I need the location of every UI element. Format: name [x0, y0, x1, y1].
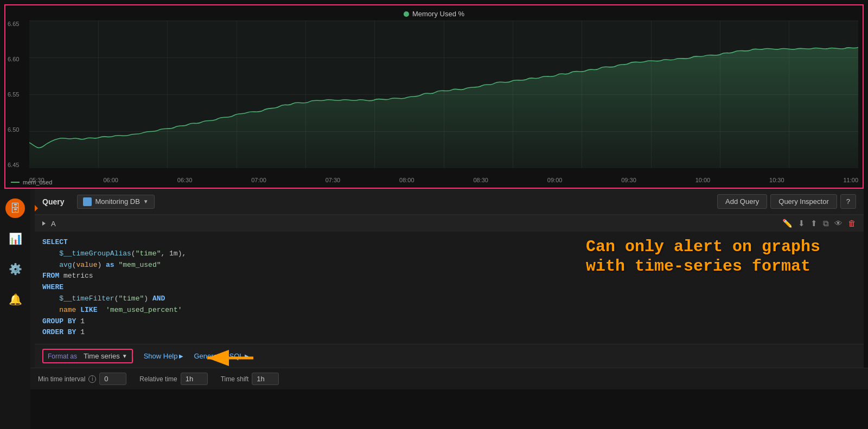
sql-line-4: FROM metrics: [42, 271, 856, 282]
sql-line-6: $__timeFilter("time") AND: [42, 293, 856, 305]
sql-line-1: SELECT: [42, 237, 856, 248]
min-time-input[interactable]: [99, 373, 126, 385]
min-time-info-icon[interactable]: i: [88, 375, 96, 383]
min-time-label: Min time interval: [38, 375, 85, 383]
y-label-2: 6.55: [8, 91, 19, 98]
bell-icon: 🔔: [9, 293, 22, 306]
sql-line-7: name LIKE 'mem_used_percent': [42, 305, 856, 316]
show-help-link[interactable]: Show Help ▶: [144, 352, 183, 360]
sidebar: 🗄 📊 ⚙️ 🔔: [0, 190, 30, 429]
y-label-0: 6.65: [8, 21, 19, 27]
chart-title-dot: [404, 11, 409, 17]
sql-editor[interactable]: SELECT $__timeGroupAlias("time", 1m), av…: [35, 232, 864, 344]
collapse-icon: [42, 221, 46, 226]
format-links: Show Help ▶ Generated SQL ▶: [144, 352, 249, 360]
chart-title: Memory Used %: [404, 10, 464, 18]
format-bar-inner: Format as Time series ▼: [42, 349, 133, 363]
time-shift-input[interactable]: [252, 373, 279, 385]
query-body: A ✏️ ⬇ ⬆ ⧉ 👁 🗑 SELECT $__timeGroupAlias(…: [35, 215, 864, 368]
chart-y-labels: 6.65 6.60 6.55 6.50 6.45: [8, 21, 19, 168]
sql-line-3: avg(value) as "mem_used": [42, 260, 856, 271]
show-help-chevron-icon: ▶: [179, 353, 183, 359]
config-row: Min time interval i Relative time Time s…: [30, 368, 868, 389]
format-bar: Format as Time series ▼ Show Help ▶: [35, 344, 864, 368]
sql-line-8: GROUP BY 1: [42, 316, 856, 328]
sql-line-2: $__timeGroupAlias("time", 1m),: [42, 248, 856, 260]
datasource-chevron-icon: ▼: [143, 199, 149, 204]
chart-legend-line: [11, 182, 20, 183]
edit-icon[interactable]: ✏️: [782, 219, 793, 228]
visibility-icon[interactable]: 👁: [834, 219, 843, 228]
generated-sql-chevron-icon: ▶: [245, 353, 249, 359]
generated-sql-text: Generated SQL: [194, 352, 244, 360]
query-row-a-header: A ✏️ ⬇ ⬆ ⧉ 👁 🗑: [35, 215, 864, 232]
query-section: Query Monitoring DB ▼ Add Query Query In…: [4, 189, 864, 368]
chart-area: [29, 21, 858, 168]
y-label-3: 6.50: [8, 126, 19, 133]
move-down-icon[interactable]: ⬇: [798, 219, 805, 228]
header-right-buttons: Add Query Query Inspector ?: [717, 194, 856, 209]
datasource-selector[interactable]: Monitoring DB ▼: [77, 195, 154, 209]
time-shift-label: Time shift: [221, 375, 249, 383]
query-row-a-label: A: [51, 220, 56, 228]
relative-time-label: Relative time: [139, 375, 177, 383]
query-header: Query Monitoring DB ▼ Add Query Query In…: [35, 189, 864, 215]
query-row-label: A: [42, 220, 56, 228]
format-select-chevron: ▼: [122, 353, 127, 359]
query-label: Query: [42, 197, 64, 206]
settings-icon: ⚙️: [9, 262, 22, 276]
move-up-icon[interactable]: ⬆: [810, 219, 818, 228]
chart-legend: mem_used: [11, 179, 52, 185]
copy-icon[interactable]: ⧉: [823, 219, 829, 228]
format-as-label: Format as: [48, 353, 77, 360]
relative-time-item: Relative time: [139, 373, 207, 385]
time-shift-item: Time shift: [221, 373, 279, 385]
sql-line-5: WHERE: [42, 282, 856, 293]
show-help-text: Show Help: [144, 352, 178, 360]
format-select[interactable]: Time series ▼: [84, 352, 127, 360]
relative-time-input[interactable]: [181, 373, 208, 385]
generated-sql-link[interactable]: Generated SQL ▶: [194, 352, 249, 360]
help-button[interactable]: ?: [840, 194, 856, 209]
chart-title-text: Memory Used %: [412, 10, 464, 18]
query-row-actions: ✏️ ⬇ ⬆ ⧉ 👁 🗑: [782, 219, 856, 228]
datasource-icon: [83, 197, 92, 206]
y-label-1: 6.60: [8, 56, 19, 62]
sidebar-icon-chart[interactable]: 📊: [5, 229, 25, 248]
min-time-interval-item: Min time interval i: [38, 373, 126, 385]
sidebar-icon-bell[interactable]: 🔔: [5, 290, 25, 309]
chart-x-labels: 05:30 06:00 06:30 07:00 07:30 08:00 08:3…: [29, 177, 858, 183]
chart-icon: 📊: [9, 232, 22, 245]
add-query-button[interactable]: Add Query: [717, 194, 767, 209]
format-select-value: Time series: [84, 352, 120, 360]
query-inspector-button[interactable]: Query Inspector: [770, 194, 837, 209]
database-icon: 🗄: [10, 202, 21, 215]
sidebar-icon-database[interactable]: 🗄: [5, 199, 25, 218]
datasource-name: Monitoring DB: [95, 197, 139, 206]
sql-line-9: ORDER BY 1: [42, 327, 856, 338]
chart-panel: Memory Used % 6.65 6.60 6.55 6.50 6.45: [4, 4, 864, 189]
delete-icon[interactable]: 🗑: [848, 219, 856, 228]
y-label-4: 6.45: [8, 162, 19, 168]
chart-legend-label: mem_used: [23, 179, 52, 185]
sidebar-icon-settings[interactable]: ⚙️: [5, 259, 25, 279]
